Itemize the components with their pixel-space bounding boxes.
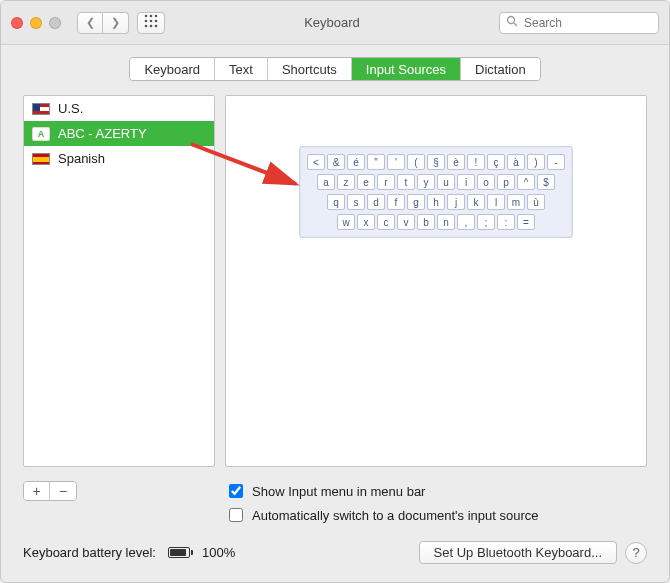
abc-badge-icon: A	[32, 127, 50, 141]
input-source-options: Show Input menu in menu bar Automaticall…	[225, 479, 647, 527]
setup-bluetooth-keyboard-button[interactable]: Set Up Bluetooth Keyboard...	[419, 541, 617, 564]
keyboard-preferences-window: ❮ ❯ Keyboard	[0, 0, 670, 583]
tabs-row: KeyboardTextShortcutsInput SourcesDictat…	[1, 45, 669, 89]
keyboard-key: ;	[477, 214, 495, 230]
auto-switch-label: Automatically switch to a document's inp…	[252, 508, 538, 523]
es-flag-icon	[32, 153, 50, 165]
input-source-label: ABC - AZERTY	[58, 126, 147, 141]
keyboard-key: é	[347, 154, 365, 170]
close-window-button[interactable]	[11, 17, 23, 29]
input-source-label: Spanish	[58, 151, 105, 166]
keyboard-key: )	[527, 154, 545, 170]
below-panels-row: + − Show Input menu in menu bar Automati…	[1, 477, 669, 527]
tab-dictation[interactable]: Dictation	[461, 58, 540, 80]
keyboard-key: ù	[527, 194, 545, 210]
tab-keyboard[interactable]: Keyboard	[130, 58, 215, 80]
keyboard-key: ,	[457, 214, 475, 230]
battery-percentage: 100%	[202, 545, 235, 560]
input-sources-list-panel: U.S.AABC - AZERTYSpanish	[23, 95, 215, 467]
svg-point-0	[145, 15, 148, 18]
add-source-button[interactable]: +	[24, 482, 50, 500]
battery-label: Keyboard battery level:	[23, 545, 156, 560]
tab-input-sources[interactable]: Input Sources	[352, 58, 461, 80]
input-source-item[interactable]: AABC - AZERTY	[24, 121, 214, 146]
window-title: Keyboard	[173, 15, 491, 30]
keyboard-key: :	[497, 214, 515, 230]
keyboard-diagram: <&é"'(§è!çà)-azertyuiop^$qsdfghjklmùwxcv…	[299, 146, 573, 238]
svg-point-2	[155, 15, 158, 18]
keyboard-key: t	[397, 174, 415, 190]
forward-button[interactable]: ❯	[103, 12, 129, 34]
keyboard-key: o	[477, 174, 495, 190]
tab-shortcuts[interactable]: Shortcuts	[268, 58, 352, 80]
show-input-menu-checkbox[interactable]	[229, 484, 243, 498]
svg-line-10	[514, 23, 517, 26]
keyboard-key: u	[437, 174, 455, 190]
keyboard-key: h	[427, 194, 445, 210]
keyboard-key: ç	[487, 154, 505, 170]
keyboard-key: g	[407, 194, 425, 210]
show-input-menu-option: Show Input menu in menu bar	[225, 479, 647, 503]
auto-switch-checkbox[interactable]	[229, 508, 243, 522]
help-button[interactable]: ?	[625, 542, 647, 564]
keyboard-key: c	[377, 214, 395, 230]
input-sources-list[interactable]: U.S.AABC - AZERTYSpanish	[24, 96, 214, 466]
add-remove-control: + −	[23, 481, 77, 501]
keyboard-key: (	[407, 154, 425, 170]
zoom-window-button[interactable]	[49, 17, 61, 29]
svg-point-7	[150, 25, 153, 28]
remove-source-button[interactable]: −	[50, 482, 76, 500]
keyboard-key: d	[367, 194, 385, 210]
search-input[interactable]	[522, 15, 652, 31]
keyboard-key: f	[387, 194, 405, 210]
keyboard-key: "	[367, 154, 385, 170]
svg-point-1	[150, 15, 153, 18]
input-source-label: U.S.	[58, 101, 83, 116]
nav-buttons: ❮ ❯	[77, 12, 129, 34]
show-all-prefs-button[interactable]	[137, 12, 165, 34]
keyboard-key: k	[467, 194, 485, 210]
keyboard-key: i	[457, 174, 475, 190]
keyboard-row: wxcvbn,;:=	[306, 213, 566, 231]
keyboard-key: w	[337, 214, 355, 230]
tab-text[interactable]: Text	[215, 58, 268, 80]
minimize-window-button[interactable]	[30, 17, 42, 29]
grid-icon	[144, 14, 158, 31]
svg-point-6	[145, 25, 148, 28]
keyboard-key: =	[517, 214, 535, 230]
keyboard-row: <&é"'(§è!çà)-	[306, 153, 566, 171]
titlebar: ❮ ❯ Keyboard	[1, 1, 669, 45]
keyboard-key: v	[397, 214, 415, 230]
svg-point-9	[508, 17, 515, 24]
keyboard-key: !	[467, 154, 485, 170]
keyboard-key: r	[377, 174, 395, 190]
keyboard-key: &	[327, 154, 345, 170]
search-field[interactable]	[499, 12, 659, 34]
input-source-item[interactable]: Spanish	[24, 146, 214, 171]
keyboard-row: qsdfghjklmù	[306, 193, 566, 211]
tabs-segmented-control: KeyboardTextShortcutsInput SourcesDictat…	[129, 57, 540, 81]
keyboard-key: è	[447, 154, 465, 170]
keyboard-key: $	[537, 174, 555, 190]
chevron-left-icon: ❮	[86, 16, 95, 29]
auto-switch-option: Automatically switch to a document's inp…	[225, 503, 647, 527]
keyboard-key: q	[327, 194, 345, 210]
svg-point-5	[155, 20, 158, 23]
keyboard-key: b	[417, 214, 435, 230]
svg-point-3	[145, 20, 148, 23]
keyboard-key: z	[337, 174, 355, 190]
back-button[interactable]: ❮	[77, 12, 103, 34]
keyboard-layout-preview: <&é"'(§è!çà)-azertyuiop^$qsdfghjklmùwxcv…	[225, 95, 647, 467]
footer: Keyboard battery level: 100% Set Up Blue…	[1, 527, 669, 582]
svg-point-8	[155, 25, 158, 28]
keyboard-key: x	[357, 214, 375, 230]
content-area: U.S.AABC - AZERTYSpanish <&é"'(§è!çà)-az…	[1, 89, 669, 477]
keyboard-key: a	[317, 174, 335, 190]
keyboard-key: <	[307, 154, 325, 170]
keyboard-key: s	[347, 194, 365, 210]
input-source-item[interactable]: U.S.	[24, 96, 214, 121]
keyboard-key: y	[417, 174, 435, 190]
keyboard-key: '	[387, 154, 405, 170]
minus-icon: −	[59, 483, 67, 499]
keyboard-key: ^	[517, 174, 535, 190]
